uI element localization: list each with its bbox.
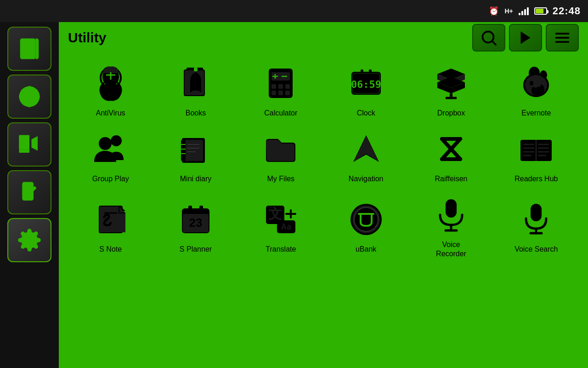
contacts-icon [17, 36, 42, 61]
search-icon [481, 29, 497, 46]
raiffeisen-label: Raiffeisen [435, 174, 468, 183]
app-translate[interactable]: 文 Aa Translate [238, 190, 323, 264]
app-my-files[interactable]: My Files [238, 124, 323, 190]
sidebar-item-mobile-edit[interactable] [7, 170, 51, 214]
my-files-icon [260, 128, 301, 170]
ubank-icon [345, 199, 387, 240]
s-note-icon [90, 199, 131, 240]
svg-rect-24 [194, 68, 198, 71]
svg-rect-31 [278, 91, 283, 95]
svg-rect-41 [369, 69, 372, 73]
app-raiffeisen[interactable]: Raiffeisen [408, 124, 493, 190]
raiffeisen-icon [430, 128, 472, 170]
content-area: Utility [59, 22, 588, 368]
status-clock: 22:48 [553, 5, 581, 17]
svg-point-49 [99, 137, 112, 150]
svg-line-12 [492, 41, 496, 45]
mini-diary-icon [175, 128, 216, 170]
globe-icon [17, 84, 42, 109]
play-store-button[interactable] [509, 24, 542, 52]
svg-rect-29 [285, 84, 290, 89]
app-evernote[interactable]: Evernote [494, 58, 579, 124]
s-planner-label: S Planner [180, 245, 212, 253]
svg-rect-81 [199, 206, 203, 213]
translate-icon: 文 Aa [260, 199, 301, 240]
dropbox-label: Dropbox [437, 109, 465, 117]
svg-rect-96 [531, 204, 542, 221]
sidebar-item-settings[interactable] [7, 218, 51, 262]
readers-hub-label: Readers Hub [514, 174, 558, 183]
status-bar: ⏰ H+ 22:48 [0, 0, 588, 22]
calculator-icon [260, 63, 301, 104]
mini-diary-label: Mini diary [180, 174, 211, 183]
app-calculator[interactable]: Calculator [238, 58, 323, 124]
app-ubank[interactable]: uBank [323, 190, 408, 264]
voice-recorder-icon [430, 194, 472, 236]
evernote-icon [515, 63, 557, 104]
top-bar-actions [472, 24, 579, 52]
mobile-edit-icon [17, 180, 42, 205]
app-books[interactable]: Books [153, 58, 238, 124]
page-title: Utility [68, 30, 106, 46]
svg-text:23: 23 [189, 216, 203, 230]
play-icon [517, 29, 534, 46]
menu-icon [554, 29, 571, 46]
svg-rect-52 [184, 140, 203, 161]
settings-icon [17, 228, 42, 253]
my-files-label: My Files [267, 174, 295, 183]
search-button[interactable] [472, 24, 505, 52]
svg-marker-13 [521, 32, 531, 44]
sidebar-item-multimedia[interactable]: ▶ [7, 122, 51, 167]
group-play-label: Group Play [92, 174, 129, 183]
s-planner-icon: 23 [175, 199, 216, 240]
sidebar: ▶ [0, 22, 59, 368]
app-navigation[interactable]: Navigation [323, 124, 408, 190]
svg-rect-28 [278, 84, 283, 89]
voice-recorder-label: Voice Recorder [436, 240, 466, 258]
ubank-label: uBank [356, 245, 376, 253]
voice-search-label: Voice Search [514, 245, 558, 253]
menu-button[interactable] [546, 24, 579, 52]
sidebar-item-browser[interactable] [7, 75, 51, 119]
signal-icon [519, 7, 529, 15]
apps-grid: AntiVirus Books [59, 53, 588, 368]
svg-text:文: 文 [268, 206, 282, 221]
svg-rect-40 [361, 69, 363, 73]
antivirus-icon [90, 63, 131, 104]
hplus-icon: H+ [504, 7, 513, 15]
app-mini-diary[interactable]: Mini diary [153, 124, 238, 190]
svg-point-50 [111, 135, 122, 146]
svg-point-91 [354, 207, 378, 231]
svg-rect-93 [446, 199, 457, 218]
app-dropbox[interactable]: Dropbox [408, 58, 493, 124]
svg-rect-30 [271, 91, 276, 95]
svg-point-8 [27, 197, 29, 200]
app-s-note[interactable]: S Note [68, 190, 153, 264]
navigation-label: Navigation [349, 174, 384, 183]
app-voice-recorder[interactable]: Voice Recorder [408, 190, 493, 264]
svg-text:▶: ▶ [22, 140, 27, 147]
app-voice-search[interactable]: Voice Search [494, 190, 579, 264]
s-note-label: S Note [99, 245, 122, 253]
app-group-play[interactable]: Group Play [68, 124, 153, 190]
app-s-planner[interactable]: 23 S Planner [153, 190, 238, 264]
svg-marker-61 [354, 136, 378, 161]
svg-rect-80 [188, 206, 192, 213]
top-bar: Utility [59, 22, 588, 53]
app-antivirus[interactable]: AntiVirus [68, 58, 153, 124]
svg-point-48 [530, 81, 533, 86]
group-play-icon [90, 128, 131, 170]
voice-search-icon [515, 199, 557, 240]
app-readers-hub[interactable]: Readers Hub [494, 124, 579, 190]
sidebar-item-contacts[interactable] [7, 27, 51, 71]
alarm-icon: ⏰ [489, 6, 499, 16]
multimedia-icon: ▶ [17, 132, 42, 157]
books-label: Books [186, 109, 206, 117]
calculator-label: Calculator [264, 109, 297, 117]
books-icon [175, 63, 216, 104]
battery-icon [534, 7, 547, 15]
app-clock[interactable]: 06:59 Clock [323, 58, 408, 124]
translate-label: Translate [266, 245, 296, 253]
svg-text:06:59: 06:59 [351, 79, 381, 90]
dropbox-icon [430, 63, 472, 104]
